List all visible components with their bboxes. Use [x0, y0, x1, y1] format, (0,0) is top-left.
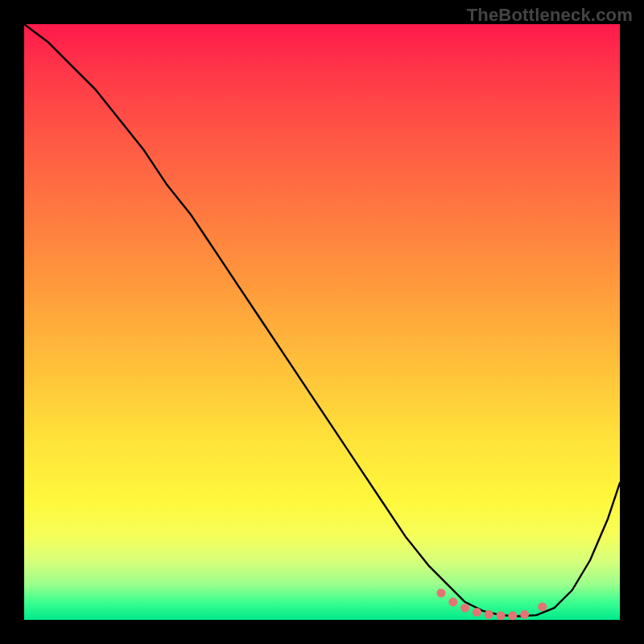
highlight-dot [520, 610, 529, 619]
highlight-dot [538, 602, 547, 611]
highlight-dot [508, 611, 517, 620]
watermark-text: TheBottleneck.com [467, 5, 633, 26]
highlight-dot [485, 610, 493, 619]
highlight-dot [473, 608, 481, 617]
highlight-dot [460, 604, 469, 613]
highlight-dot [448, 597, 457, 606]
plot-area [24, 24, 620, 620]
bottleneck-curve-path [24, 24, 620, 617]
highlight-dot [437, 588, 446, 597]
bottleneck-curve-svg [24, 24, 620, 620]
highlight-dot [497, 611, 506, 620]
chart-frame: TheBottleneck.com [0, 0, 644, 644]
